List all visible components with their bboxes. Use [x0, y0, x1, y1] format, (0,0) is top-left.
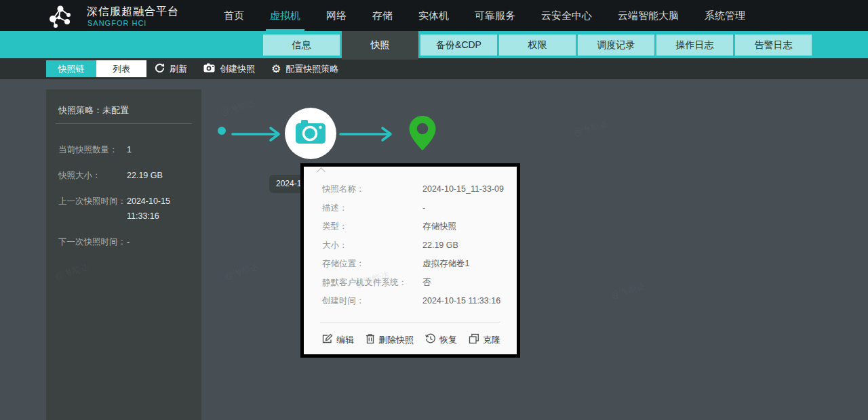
main-nav: 首页 虚拟机 网络 存储 实体机 可靠服务 云安全中心 云端智能大脑 系统管理: [220, 0, 749, 31]
row-value: 2024-10-15 11:33:16: [422, 295, 500, 307]
row-label: 静默客户机文件系统：: [322, 277, 422, 289]
panel-row-size: 快照大小： 22.19 GB: [58, 168, 196, 183]
row-value: 否: [422, 277, 431, 289]
chain-arrow-1: [231, 126, 284, 145]
restore-label: 恢复: [439, 334, 457, 346]
snapshot-camera-icon: [294, 119, 327, 148]
edit-icon: [322, 333, 333, 346]
popup-caret-icon: [317, 167, 326, 176]
popup-row-created: 创建时间： 2024-10-15 11:33:16: [322, 295, 507, 307]
nav-item-vm[interactable]: 虚拟机: [266, 0, 304, 31]
row-label: 快照大小：: [58, 168, 127, 183]
popup-row-name: 快照名称： 2024-10-15_11-33-09: [322, 184, 507, 195]
popup-divider: [320, 322, 500, 322]
toolbar-actions: 刷新 创建快照 ⚙ 配置快照策略: [155, 60, 338, 77]
sangfor-logo-icon: [45, 1, 77, 33]
nav-item-physical[interactable]: 实体机: [414, 0, 453, 31]
clone-snapshot-button[interactable]: 克隆: [469, 333, 500, 346]
panel-row-next-time: 下一次快照时间： -: [58, 234, 196, 249]
panel-row-count: 当前快照数量： 1: [58, 142, 196, 157]
row-value: -: [127, 234, 130, 249]
popup-row-quiesce: 静默客户机文件系统： 否: [322, 277, 507, 289]
view-toggle: 快照链 列表: [46, 60, 146, 77]
refresh-label: 刷新: [170, 63, 187, 75]
create-snapshot-label: 创建快照: [220, 63, 255, 75]
snapshot-node[interactable]: [285, 108, 336, 159]
chain-origin-node: [218, 127, 226, 135]
popup-row-location: 存储位置： 虚拟存储卷1: [322, 258, 507, 270]
chain-arrow-2: [339, 126, 396, 145]
restore-snapshot-button[interactable]: 恢复: [425, 333, 457, 346]
row-label: 类型：: [322, 221, 422, 232]
row-value: -: [422, 203, 425, 214]
create-snapshot-button[interactable]: 创建快照: [203, 60, 255, 77]
edit-snapshot-button[interactable]: 编辑: [322, 333, 354, 346]
nav-item-reliability[interactable]: 可靠服务: [471, 0, 519, 31]
app-subtitle: SANGFOR HCI: [87, 19, 146, 27]
tab-backup-cdp[interactable]: 备份&CDP: [420, 35, 497, 56]
snapshot-policy-line: 快照策略：未配置: [58, 104, 129, 117]
popup-actions: 编辑 删除快照 恢复: [322, 333, 500, 346]
popup-row-description: 描述： -: [322, 203, 507, 214]
clone-icon: [469, 333, 479, 346]
tab-permission[interactable]: 权限: [499, 35, 576, 56]
refresh-button[interactable]: 刷新: [155, 60, 187, 77]
popup-row-size: 大小： 22.19 GB: [322, 240, 507, 251]
popup-row-type: 类型： 存储快照: [322, 221, 507, 232]
row-label: 快照名称：: [322, 184, 422, 195]
watermark-text: @海能达: [572, 117, 609, 139]
refresh-icon: [155, 63, 165, 75]
tab-alarm-log[interactable]: 告警日志: [735, 35, 812, 56]
delete-snapshot-button[interactable]: 删除快照: [366, 333, 414, 346]
panel-divider: [56, 123, 192, 124]
snapshot-info-panel: 快照策略：未配置 当前快照数量： 1 快照大小： 22.19 GB 上一次快照时…: [46, 89, 201, 420]
tab-operation-log[interactable]: 操作日志: [656, 35, 733, 56]
row-label: 大小：: [322, 240, 422, 251]
popup-rows: 快照名称： 2024-10-15_11-33-09 描述： - 类型： 存储快照…: [322, 184, 507, 314]
tab-snapshot[interactable]: 快照: [342, 31, 418, 60]
row-value: 2024-10-15 11:33:16: [127, 194, 196, 224]
row-value: 2024-10-15_11-33-09: [422, 184, 504, 195]
row-value: 存储快照: [422, 221, 456, 232]
edit-label: 编辑: [336, 334, 354, 346]
row-label: 当前快照数量：: [58, 142, 127, 157]
current-state-pin-icon[interactable]: [408, 115, 437, 154]
watermark-text: @海能达: [222, 260, 260, 282]
tab-info[interactable]: 信息: [263, 35, 340, 56]
tab-schedule-log[interactable]: 调度记录: [578, 35, 654, 56]
watermark-text: @海能达: [219, 96, 256, 119]
nav-item-home[interactable]: 首页: [220, 0, 248, 31]
row-label: 存储位置：: [322, 258, 422, 270]
configure-policy-label: 配置快照策略: [285, 63, 338, 75]
row-value: 1: [127, 142, 132, 157]
clone-label: 克隆: [483, 334, 500, 346]
nav-item-cloud-security[interactable]: 云安全中心: [537, 0, 596, 31]
row-label: 上一次快照时间：: [58, 194, 127, 224]
nav-item-network[interactable]: 网络: [322, 0, 351, 31]
trash-icon: [366, 333, 375, 346]
watermark-text: @海能达: [609, 279, 646, 301]
restore-clock-icon: [425, 333, 436, 346]
view-toggle-list-button[interactable]: 列表: [96, 60, 146, 77]
top-bar: 深信服超融合平台 SANGFOR HCI 首页 虚拟机 网络 存储 实体机 可靠…: [0, 0, 868, 31]
row-label: 创建时间：: [322, 295, 422, 307]
panel-rows: 当前快照数量： 1 快照大小： 22.19 GB 上一次快照时间： 2024-1…: [58, 142, 196, 260]
snapshot-detail-popup: @海能达 快照名称： 2024-10-15_11-33-09 描述： - 类型：…: [300, 163, 520, 358]
nav-item-system[interactable]: 系统管理: [701, 0, 749, 31]
delete-label: 删除快照: [378, 334, 414, 346]
row-value: 虚拟存储卷1: [422, 258, 469, 270]
nav-item-cloud-brain[interactable]: 云端智能大脑: [614, 0, 683, 31]
configure-snapshot-policy-button[interactable]: ⚙ 配置快照策略: [271, 60, 338, 77]
panel-row-last-time: 上一次快照时间： 2024-10-15 11:33:16: [58, 194, 196, 224]
gear-icon: ⚙: [271, 64, 281, 75]
row-label: 描述：: [322, 203, 422, 214]
row-label: 下一次快照时间：: [58, 234, 127, 249]
view-toggle-chain-button[interactable]: 快照链: [46, 60, 96, 77]
app-title: 深信服超融合平台: [87, 5, 179, 19]
vm-detail-tabs: 信息 快照 备份&CDP 权限 调度记录 操作日志 告警日志: [263, 31, 812, 60]
row-value: 22.19 GB: [422, 240, 458, 251]
nav-item-storage[interactable]: 存储: [368, 0, 397, 31]
row-value: 22.19 GB: [127, 168, 163, 183]
camera-icon: [203, 63, 215, 75]
